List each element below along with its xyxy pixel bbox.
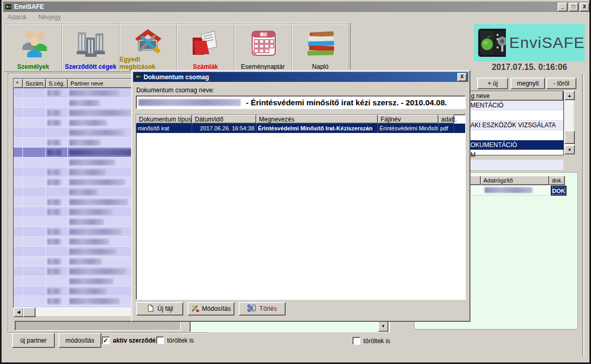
dok-button[interactable]: DOK	[551, 186, 566, 196]
toolbar-button-books[interactable]: Napló	[292, 23, 349, 71]
datetime-display: 2017.07.15. 0:16:06	[474, 63, 585, 72]
cell	[14, 227, 23, 237]
cell	[14, 167, 23, 177]
redacted-text	[48, 209, 61, 215]
cell	[46, 108, 68, 118]
safe-logo-icon	[477, 27, 506, 59]
package-name-field[interactable]: - Érintésvédemi minősítő irat kézi szers…	[136, 95, 466, 109]
menu-adatok[interactable]: Adatok	[7, 14, 27, 21]
cell	[46, 207, 68, 217]
új-fájl-button[interactable]: Új fájl	[136, 302, 183, 316]
módosítás-button[interactable]: Módosítás	[187, 302, 234, 316]
vscroll-thumb[interactable]	[564, 130, 575, 144]
cell	[46, 296, 68, 306]
cell	[46, 197, 68, 207]
cell	[14, 98, 23, 108]
cell: 2017.06.26. 16:54:38	[192, 124, 256, 133]
redacted-text	[48, 150, 61, 155]
redacted-text	[69, 199, 128, 205]
redacted-text	[69, 288, 107, 294]
cell	[23, 276, 46, 286]
doc-table-header-dok: dok.	[549, 176, 565, 185]
minimize-button[interactable]: _	[558, 3, 568, 11]
deleted-too-left-checkbox[interactable]: töröltek is	[156, 336, 194, 344]
window-titlebar[interactable]: EnviSAFE _ □ X	[3, 2, 591, 12]
partners-col-header[interactable]: S.cég.	[46, 79, 68, 88]
package-list-vscrollbar[interactable]: ▲ ▼	[564, 91, 574, 154]
hscroll-thumb[interactable]	[23, 307, 36, 317]
dialog-safe-icon	[135, 74, 141, 80]
new-partner-button[interactable]: új partner	[12, 333, 55, 348]
cell	[23, 257, 46, 266]
delete-package-button[interactable]: - töröl	[546, 78, 576, 89]
scroll-down-arrow-icon[interactable]: ▼	[564, 145, 575, 154]
cell	[14, 197, 23, 207]
cell	[14, 128, 23, 138]
partners-col-header[interactable]: *	[14, 79, 23, 88]
redacted-text	[69, 100, 100, 106]
dialog-col-header[interactable]: Megnevezés	[256, 115, 378, 124]
dialog-table-header: Dokumentum típusDátum/időMegnevezésFájln…	[136, 115, 465, 124]
checkbox-unchecked-icon[interactable]	[156, 336, 164, 344]
toolbar-button-buildings[interactable]: Szerződött cégek	[62, 23, 120, 71]
dialog-titlebar[interactable]: Dokumentum csomag X	[133, 72, 468, 82]
calendar-icon	[248, 23, 278, 63]
dialog-col-header[interactable]: Dátum/idő	[192, 115, 256, 124]
cell	[23, 177, 46, 187]
cell	[23, 237, 46, 247]
dialog-col-header[interactable]: adatt.	[439, 115, 454, 124]
toolbar-button-calendar[interactable]: Eseménynaptár	[234, 23, 292, 71]
redacted-text	[69, 90, 120, 96]
dialog-file-table[interactable]: Dokumentum típusDátum/időMegnevezésFájln…	[136, 114, 466, 300]
toolbar-button-house-tools[interactable]: Egyedi megbízások	[120, 23, 177, 71]
redacted-text	[69, 130, 124, 136]
maximize-button[interactable]: □	[569, 3, 578, 11]
toolbar-label: Egyedi megbízások	[120, 56, 176, 70]
törlés-button[interactable]: Törlés	[239, 302, 286, 316]
cell	[23, 98, 46, 108]
open-package-button[interactable]: megnyit	[511, 78, 545, 89]
toolbar-button-people[interactable]: Személyek	[5, 23, 62, 71]
cell	[23, 167, 46, 177]
cell	[14, 266, 23, 276]
redacted-text	[48, 239, 61, 245]
modify-partner-button[interactable]: módosítás	[58, 333, 101, 348]
redacted-text	[69, 150, 132, 155]
scroll-up-arrow-icon[interactable]: ▲	[564, 91, 575, 100]
checkbox-checked-icon[interactable]: ✓	[102, 336, 110, 344]
dialog-col-header[interactable]: Dokumentum típus	[136, 115, 192, 124]
cell: Érintésvédelmi Minősítő	[378, 124, 439, 133]
new-package-button[interactable]: + új	[477, 78, 508, 89]
active-contract-checkbox[interactable]: ✓ aktív szerződés	[102, 336, 159, 344]
envisafe-window: EnviSAFE _ □ X Adatok Névjegy SzemélyekS…	[0, 0, 591, 364]
cell	[14, 247, 23, 257]
dialog-file-row[interactable]: minősítő irat2017.06.26. 16:54:38Érintés…	[136, 124, 465, 133]
dialog-col-header[interactable]: Fájlnév	[378, 115, 439, 124]
combobox-dropdown-arrow-icon[interactable]: ▼	[378, 321, 388, 332]
cell	[46, 237, 68, 247]
dialog-table-body[interactable]: minősítő irat2017.06.26. 16:54:38Érintés…	[136, 124, 465, 133]
cell	[23, 296, 46, 306]
close-button[interactable]: X	[580, 3, 589, 11]
menu-nevjegy[interactable]: Névjegy	[38, 14, 61, 21]
redacted-text	[48, 110, 61, 116]
toolbar-button-invoices-folder[interactable]: Számlák	[177, 23, 234, 71]
deleted-too-middle-checkbox[interactable]: töröltek is	[352, 337, 390, 345]
people-icon	[17, 23, 50, 63]
redacted-text	[69, 278, 113, 284]
redacted-text	[48, 120, 61, 126]
redacted-text	[69, 120, 107, 126]
button-label: Új fájl	[157, 305, 173, 312]
cell	[23, 217, 46, 227]
partners-col-header[interactable]: Sszám.	[23, 79, 46, 88]
redacted-text	[69, 209, 112, 215]
cell	[14, 108, 23, 118]
scroll-left-arrow-icon[interactable]: ◀	[14, 307, 23, 317]
cell	[23, 207, 46, 217]
dialog-close-button[interactable]: X	[457, 73, 467, 81]
cell	[14, 237, 23, 247]
checkbox-unchecked-icon[interactable]	[352, 337, 360, 345]
doc-table-header-adatrogzito: Adatrögzítő	[481, 176, 549, 185]
cell	[46, 88, 68, 98]
house-tools-icon	[132, 23, 164, 56]
